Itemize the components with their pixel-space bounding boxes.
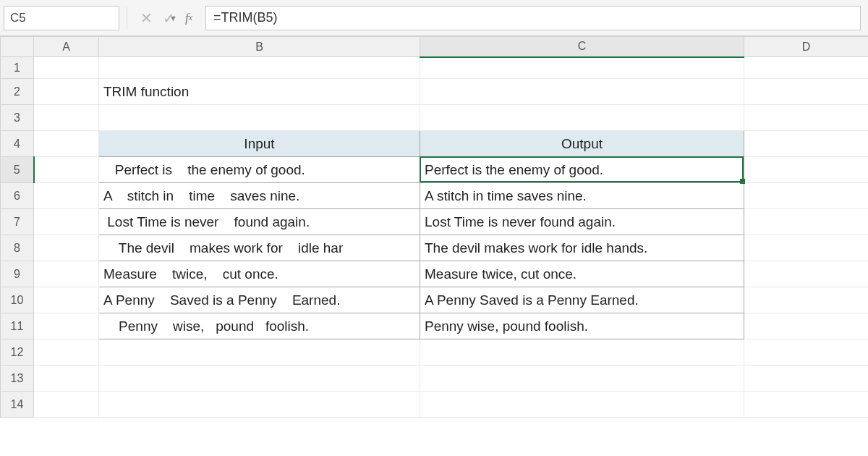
row-header[interactable]: 3 (1, 105, 34, 131)
row-header[interactable]: 6 (1, 183, 34, 209)
table-cell-input[interactable]: A Penny Saved is a Penny Earned. (99, 287, 420, 313)
table-cell-output[interactable]: A stitch in time saves nine. (420, 183, 744, 209)
formula-bar: ▼ ✕ ✓ fx (0, 0, 868, 36)
grid: A B C D 1 2 TRIM function 3 4 Input Outp… (0, 36, 868, 418)
cell[interactable] (34, 366, 99, 392)
formula-input[interactable] (205, 6, 861, 30)
row-header[interactable]: 2 (1, 79, 34, 105)
cell[interactable] (34, 157, 99, 183)
row-header[interactable]: 11 (1, 313, 34, 339)
row-header[interactable]: 12 (1, 339, 34, 366)
row-header[interactable]: 10 (1, 287, 34, 313)
cell[interactable] (744, 209, 869, 235)
cell[interactable] (34, 183, 99, 209)
cell[interactable] (420, 392, 744, 418)
cell[interactable] (99, 392, 420, 418)
table-cell-input[interactable]: Penny wise, pound foolish. (99, 313, 420, 339)
cell[interactable] (744, 157, 869, 183)
cell[interactable] (34, 235, 99, 261)
column-header-row: A B C D (1, 37, 869, 57)
select-all-corner[interactable] (1, 37, 34, 57)
table-cell-output[interactable]: A Penny Saved is a Penny Earned. (420, 287, 744, 313)
cell[interactable] (744, 183, 869, 209)
row-header[interactable]: 13 (1, 366, 34, 392)
table-cell-output[interactable]: Lost Time is never found again. (420, 209, 744, 235)
active-cell[interactable]: Perfect is the enemy of good. (420, 157, 744, 183)
table-cell-input[interactable]: A stitch in time saves nine. (99, 183, 420, 209)
name-box-dropdown[interactable]: ▼ (169, 7, 177, 30)
row-header[interactable]: 1 (1, 57, 34, 79)
name-box-container: ▼ (4, 6, 119, 30)
cell[interactable] (34, 392, 99, 418)
cell[interactable] (744, 392, 869, 418)
cell[interactable] (99, 339, 420, 366)
table-header-input[interactable]: Input (99, 131, 420, 157)
fx-icon[interactable]: fx (185, 11, 192, 25)
table-cell-input[interactable]: Perfect is the enemy of good. (99, 157, 420, 183)
cell[interactable] (34, 105, 99, 131)
table-cell-output[interactable]: Penny wise, pound foolish. (420, 313, 744, 339)
cell[interactable] (744, 339, 869, 366)
cell[interactable] (420, 366, 744, 392)
cell[interactable] (34, 131, 99, 157)
cell[interactable] (744, 287, 869, 313)
cell[interactable] (34, 57, 99, 79)
table-header-output[interactable]: Output (420, 131, 744, 157)
cell[interactable] (99, 57, 420, 79)
cell[interactable] (34, 339, 99, 366)
name-box[interactable] (4, 7, 169, 30)
table-cell-input[interactable]: Measure twice, cut once. (99, 261, 420, 287)
cell[interactable] (744, 79, 869, 105)
table-cell-output[interactable]: The devil makes work for idle hands. (420, 235, 744, 261)
row-header[interactable]: 8 (1, 235, 34, 261)
cell[interactable] (34, 261, 99, 287)
cell[interactable] (420, 105, 744, 131)
row-header[interactable]: 9 (1, 261, 34, 287)
cell[interactable] (744, 131, 869, 157)
cell[interactable] (420, 57, 744, 79)
title-cell[interactable]: TRIM function (99, 79, 420, 105)
row-header[interactable]: 7 (1, 209, 34, 235)
row-header[interactable]: 14 (1, 392, 34, 418)
cell[interactable] (744, 57, 869, 79)
col-header-D[interactable]: D (744, 37, 869, 57)
table-cell-input[interactable]: The devil makes work for idle har (99, 235, 420, 261)
cell[interactable] (34, 209, 99, 235)
cell[interactable] (744, 235, 869, 261)
col-header-A[interactable]: A (34, 37, 99, 57)
cell[interactable] (744, 261, 869, 287)
cell[interactable] (34, 313, 99, 339)
table-cell-input[interactable]: Lost Time is never found again. (99, 209, 420, 235)
cell[interactable] (34, 79, 99, 105)
cell[interactable] (420, 339, 744, 366)
col-header-C[interactable]: C (420, 37, 744, 57)
cell[interactable] (99, 366, 420, 392)
cell[interactable] (744, 105, 869, 131)
worksheet[interactable]: A B C D 1 2 TRIM function 3 4 Input Outp… (0, 36, 868, 418)
table-cell-output[interactable]: Measure twice, cut once. (420, 261, 744, 287)
cell[interactable] (99, 105, 420, 131)
col-header-B[interactable]: B (99, 37, 420, 57)
row-header[interactable]: 5 (1, 157, 34, 183)
cell[interactable] (420, 79, 744, 105)
cell[interactable] (744, 313, 869, 339)
cell[interactable] (744, 366, 869, 392)
cell[interactable] (34, 287, 99, 313)
row-header[interactable]: 4 (1, 131, 34, 157)
